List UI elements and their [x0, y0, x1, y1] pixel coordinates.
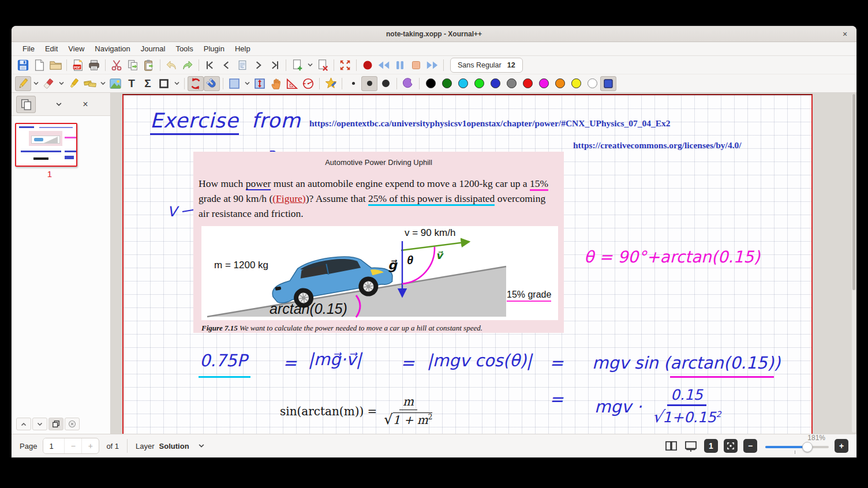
undo-icon: [164, 58, 178, 72]
first-page-button[interactable]: [202, 58, 218, 73]
add-page-button[interactable]: [289, 58, 305, 73]
setsquare-button[interactable]: [284, 76, 300, 91]
zoom-in-button[interactable]: +: [835, 439, 848, 453]
zoom-slider-knob[interactable]: [802, 442, 813, 452]
font-button[interactable]: Sans Regular 12: [450, 58, 523, 73]
menu-edit[interactable]: Edit: [40, 43, 63, 55]
menu-view[interactable]: View: [63, 43, 89, 55]
delete-page-button[interactable]: [315, 58, 331, 73]
next-page-button[interactable]: [250, 58, 267, 73]
menu-journal[interactable]: Journal: [136, 43, 171, 55]
shape-dropdown[interactable]: [172, 76, 181, 91]
open-button[interactable]: [47, 58, 63, 73]
page-decrement-button[interactable]: −: [64, 438, 81, 453]
record-button[interactable]: [360, 58, 376, 73]
color-chooser-button[interactable]: [600, 76, 616, 91]
sidebar-down-button[interactable]: [32, 418, 47, 430]
ruler-dropdown[interactable]: [98, 76, 107, 91]
layer-value[interactable]: Solution: [159, 442, 189, 451]
fullscreen-button[interactable]: [337, 58, 353, 73]
hand-tool-button[interactable]: [268, 76, 284, 91]
stop-button[interactable]: [408, 58, 424, 73]
document-page[interactable]: Exercise from https://opentextbc.ca/univ…: [122, 94, 813, 434]
vertical-space-button[interactable]: [252, 76, 268, 91]
page-increment-button[interactable]: +: [81, 438, 99, 453]
pen-dropdown[interactable]: [31, 76, 40, 91]
rewind-button[interactable]: [376, 58, 392, 73]
layer-dropdown[interactable]: [194, 439, 209, 453]
fast-forward-button[interactable]: [424, 58, 440, 73]
redo-icon: [181, 58, 194, 72]
color-magenta-button[interactable]: [536, 76, 552, 91]
color-darkgreen-button[interactable]: [439, 76, 455, 91]
sidebar-up-button[interactable]: [16, 418, 31, 430]
goto-annotated-page-button[interactable]: [234, 58, 250, 73]
shape-recognizer-button[interactable]: [323, 76, 339, 91]
thickness-thick-button[interactable]: [377, 76, 394, 91]
eraser-dropdown[interactable]: [57, 76, 66, 91]
insert-image-button[interactable]: [107, 76, 124, 91]
last-page-button[interactable]: [267, 58, 283, 73]
zoom-slider[interactable]: [765, 446, 829, 448]
pen-tool-button[interactable]: [15, 76, 31, 91]
pause-button[interactable]: [392, 58, 408, 73]
color-red-button[interactable]: [519, 76, 536, 91]
select-rect-button[interactable]: [226, 76, 242, 91]
save-button[interactable]: [15, 58, 31, 73]
vertical-scrollbar[interactable]: [852, 94, 856, 433]
new-document-button[interactable]: [31, 58, 47, 73]
select-dropdown[interactable]: [242, 76, 252, 91]
color-gray-button[interactable]: [503, 76, 519, 91]
color-yellow-button[interactable]: [568, 76, 584, 91]
thickness-fine-button[interactable]: [345, 76, 361, 91]
presentation-button[interactable]: [683, 439, 698, 453]
color-green-button[interactable]: [471, 76, 487, 91]
ruler-tool-button[interactable]: [82, 76, 98, 91]
color-blue-button[interactable]: [487, 76, 503, 91]
sidebar-dropdown[interactable]: [54, 97, 63, 112]
canvas-area[interactable]: Exercise from https://opentextbc.ca/univ…: [111, 93, 856, 434]
sidebar-close-page-button[interactable]: [65, 418, 80, 430]
page-thumbnail[interactable]: [15, 123, 77, 167]
menu-file[interactable]: File: [17, 43, 40, 55]
dual-page-button[interactable]: [664, 439, 679, 453]
rotation-snapping-button[interactable]: [188, 76, 204, 91]
sidebar-close-button[interactable]: ×: [77, 97, 93, 112]
figure-arctan-label: arctan(0.15): [270, 301, 347, 317]
color-cyan-button[interactable]: [455, 76, 471, 91]
cut-button[interactable]: [108, 58, 125, 73]
text-tool-button[interactable]: T: [124, 76, 140, 91]
thickness-medium-button[interactable]: [361, 76, 377, 91]
window-close-button[interactable]: ×: [839, 28, 851, 40]
menu-navigation[interactable]: Navigation: [89, 43, 135, 55]
menu-plugin[interactable]: Plugin: [199, 43, 230, 55]
redo-button[interactable]: [179, 58, 196, 73]
zoom-100-button[interactable]: 1: [704, 439, 718, 453]
menu-help[interactable]: Help: [230, 43, 256, 55]
tex-tool-button[interactable]: Σ: [140, 76, 156, 91]
export-pdf-button[interactable]: PDF: [70, 58, 86, 73]
sidebar-pages-tab[interactable]: [16, 96, 36, 113]
page-number-input[interactable]: [43, 438, 64, 453]
eraser-tool-button[interactable]: [40, 76, 57, 91]
previous-page-button[interactable]: [218, 58, 234, 73]
add-page-dropdown[interactable]: [305, 58, 315, 73]
undo-button[interactable]: [163, 58, 179, 73]
figure-link[interactable]: (Figure): [272, 193, 305, 204]
compass-button[interactable]: [300, 76, 316, 91]
shape-tool-button[interactable]: [156, 76, 172, 91]
fill-button[interactable]: [400, 76, 416, 91]
print-button[interactable]: [86, 58, 102, 73]
paste-button[interactable]: [141, 58, 157, 73]
zoom-fit-button[interactable]: [724, 439, 738, 453]
color-black-button[interactable]: [422, 76, 439, 91]
highlighter-tool-button[interactable]: [66, 76, 82, 91]
scrollbar-thumb[interactable]: [852, 94, 855, 290]
color-white-button[interactable]: [584, 76, 600, 91]
copy-button[interactable]: [125, 58, 141, 73]
menu-tools[interactable]: Tools: [170, 43, 198, 55]
grid-snapping-button[interactable]: [204, 76, 220, 91]
color-orange-button[interactable]: [552, 76, 568, 91]
sidebar-duplicate-button[interactable]: [48, 418, 63, 430]
zoom-out-button[interactable]: −: [743, 439, 757, 453]
